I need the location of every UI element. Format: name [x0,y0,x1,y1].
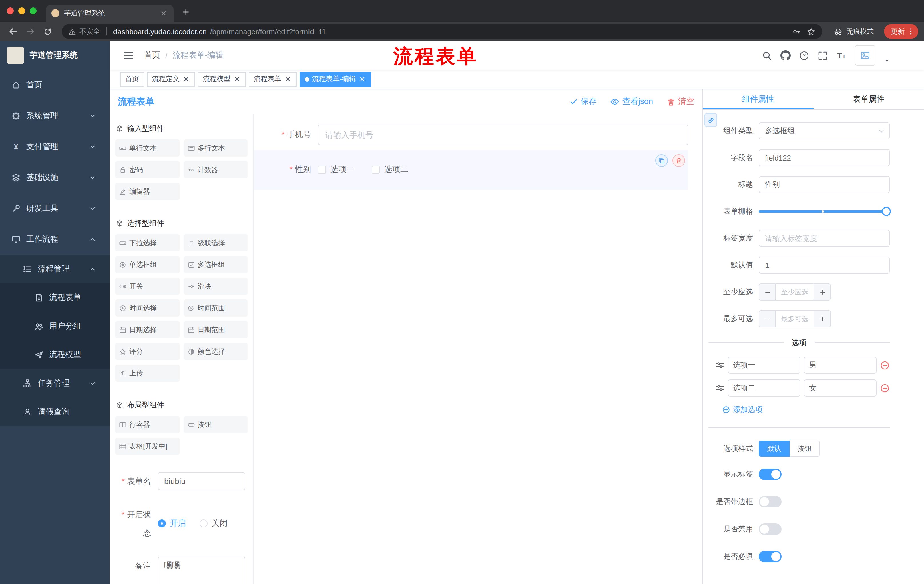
component-single-line-text[interactable]: 单行文本 [116,140,179,156]
close-window-button[interactable] [7,7,14,14]
component-upload[interactable]: 上传 [116,365,179,382]
tag-process-form[interactable]: 流程表单 [249,72,297,87]
increase-button[interactable] [814,284,830,300]
phone-input[interactable] [318,125,688,145]
remove-option-button[interactable] [880,360,890,370]
password-key-icon[interactable] [792,27,801,36]
breadcrumb-home[interactable]: 首页 [144,50,160,61]
component-table[interactable]: 表格[开发中] [116,438,179,455]
slider-handle[interactable] [882,207,891,216]
reload-button[interactable] [40,24,55,39]
sidebar-item-process-model[interactable]: 流程模型 [0,341,110,369]
status-off-radio[interactable]: 关闭 [200,518,228,528]
sidebar-item-process-form[interactable]: 流程表单 [0,283,110,312]
disabled-toggle[interactable] [759,523,782,535]
component-switch[interactable]: 开关 [116,278,179,295]
component-color-picker[interactable]: 颜色选择 [184,343,248,360]
avatar[interactable] [855,45,875,66]
github-icon[interactable] [780,50,791,61]
zoom-window-button[interactable] [30,7,36,14]
add-option-button[interactable]: 添加选项 [722,405,890,415]
font-size-icon[interactable] [836,50,846,61]
address-bar[interactable]: 不安全 dashboard.yudao.iocoder.cn /bpm/mana… [62,24,822,39]
tag-close-icon[interactable] [233,76,241,83]
tag-process-definition[interactable]: 流程定义 [147,72,195,87]
sidebar-item-user-groups[interactable]: 用户分组 [0,312,110,341]
style-button-button[interactable]: 按钮 [790,441,820,457]
search-icon[interactable] [762,51,772,60]
browser-menu-dots-icon[interactable] [907,28,915,35]
component-password[interactable]: 密码 [116,161,179,178]
show-label-toggle[interactable] [759,469,782,480]
sidebar-item-home[interactable]: 首页 [0,70,110,100]
component-row-container[interactable]: 行容器 [116,416,179,433]
default-value-input[interactable] [759,257,890,274]
sidebar-item-infrastructure[interactable]: 基础设施 [0,162,110,193]
component-date-picker[interactable]: 日期选择 [116,321,179,338]
component-date-range[interactable]: 日期范围 [184,321,248,338]
tag-close-icon[interactable] [358,76,366,83]
sidebar-item-workflow[interactable]: 工作流程 [0,224,110,255]
widget-delete-button[interactable] [672,154,685,167]
increase-button[interactable] [814,311,830,327]
form-name-input[interactable] [158,472,245,490]
fullscreen-icon[interactable] [818,51,827,60]
minimize-window-button[interactable] [18,7,25,14]
status-on-radio[interactable]: 开启 [158,518,186,528]
component-rate[interactable]: 评分 [116,343,179,360]
option-2-label-input[interactable] [728,380,800,396]
tag-close-icon[interactable] [182,76,190,83]
drag-handle-icon[interactable] [715,383,724,393]
sidebar-item-payment[interactable]: 支付管理 [0,132,110,162]
drag-handle-icon[interactable] [715,360,724,370]
decrease-button[interactable] [759,311,776,327]
back-button[interactable] [6,24,21,39]
widget-copy-button[interactable] [655,154,668,167]
component-radio-group[interactable]: 单选框组 [116,256,179,273]
sidebar-item-task-management[interactable]: 任务管理 [0,369,110,398]
component-time-picker[interactable]: 时间选择 [116,299,179,317]
component-multi-line-text[interactable]: 多行文本 [184,140,248,156]
clear-button[interactable]: 清空 [667,97,694,107]
label-width-input[interactable] [759,230,890,247]
avatar-caret-icon[interactable] [884,58,890,63]
style-default-button[interactable]: 默认 [759,441,790,457]
form-remark-textarea[interactable]: 嘿嘿 [158,556,245,584]
tab-form-props[interactable]: 表单属性 [813,89,924,109]
max-select-value[interactable]: 最多可选 [776,311,814,327]
sidebar-collapse-button[interactable] [124,50,134,61]
checkbox[interactable] [318,166,326,174]
option-2-value-input[interactable] [804,380,876,396]
option-1-value-input[interactable] [804,357,876,374]
title-input[interactable] [759,176,890,193]
link-button[interactable] [705,113,717,127]
component-time-range[interactable]: 时间范围 [184,299,248,317]
tag-close-icon[interactable] [284,76,292,83]
border-toggle[interactable] [759,496,782,507]
tag-process-form-edit[interactable]: 流程表单-编辑 [300,72,371,87]
bookmark-star-icon[interactable] [807,27,815,36]
grid-slider[interactable] [759,203,890,220]
component-editor[interactable]: 编辑器 [116,183,179,200]
option-1-label-input[interactable] [728,357,800,374]
tag-process-model[interactable]: 流程模型 [198,72,246,87]
sidebar-item-system[interactable]: 系统管理 [0,100,110,132]
field-name-input[interactable] [759,149,890,166]
save-button[interactable]: 保存 [570,97,597,107]
min-select-value[interactable]: 至少应选 [776,284,814,300]
tag-home[interactable]: 首页 [120,72,144,87]
view-json-button[interactable]: 查看json [610,97,653,107]
required-toggle[interactable] [759,551,782,562]
browser-update-button[interactable]: 更新 [884,24,918,39]
sidebar-item-process-management[interactable]: 流程管理 [0,255,110,283]
forward-button[interactable] [23,24,38,39]
sidebar-item-devtools[interactable]: 研发工具 [0,193,110,224]
gender-option-2[interactable]: 选项二 [372,165,408,175]
remove-option-button[interactable] [880,383,890,393]
decrease-button[interactable] [759,284,776,300]
help-icon[interactable] [799,51,809,60]
component-counter[interactable]: 计数器 [184,161,248,178]
browser-tab[interactable]: 芋道管理系统 [46,5,174,22]
component-slider[interactable]: 滑块 [184,278,248,295]
component-dropdown[interactable]: 下拉选择 [116,234,179,252]
